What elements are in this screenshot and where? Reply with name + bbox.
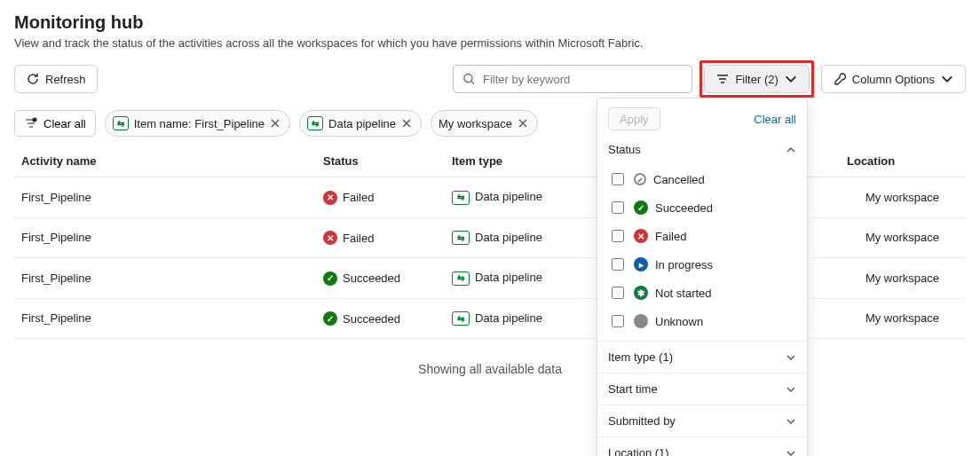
cell-item-type: ⇆Data pipeline (445, 298, 605, 339)
pipeline-icon: ⇆ (452, 311, 470, 326)
popover-status-label: Status (608, 143, 641, 156)
chip-item-type[interactable]: ⇆ Data pipeline (299, 110, 422, 137)
popover-section-start-time[interactable]: Start time (597, 373, 807, 405)
unknown-icon (634, 314, 648, 328)
chevron-down-icon (784, 72, 798, 86)
cell-activity: First_Pipeline (14, 217, 316, 258)
column-options-button[interactable]: Column Options (821, 65, 966, 93)
wrench-icon (833, 72, 847, 86)
status-icon: ✓ (323, 271, 337, 286)
refresh-button[interactable]: Refresh (14, 65, 98, 93)
opt-label: Unknown (655, 315, 703, 328)
opt-label: Cancelled (653, 173, 705, 186)
clear-filters-icon (24, 116, 38, 130)
clear-all-button[interactable]: Clear all (14, 110, 96, 137)
svg-point-1 (33, 118, 36, 122)
opt-label: Not started (655, 287, 712, 300)
popover-item-type-label: Item type (1) (608, 350, 673, 364)
cell-status: ✓Succeeded (316, 298, 445, 339)
pipeline-icon: ⇆ (113, 115, 129, 131)
col-status[interactable]: Status (316, 145, 445, 177)
checkbox[interactable] (612, 173, 624, 185)
not-started-icon: ✱ (634, 286, 648, 300)
status-icon: ✓ (323, 311, 337, 326)
opt-label: Succeeded (655, 201, 713, 215)
cell-location: My workspace (840, 298, 966, 339)
col-location[interactable]: Location (840, 145, 966, 177)
chevron-down-icon (940, 72, 954, 86)
close-icon[interactable] (270, 118, 281, 129)
popover-section-status[interactable]: Status (597, 134, 807, 165)
chip-item-name[interactable]: ⇆ Item name: First_Pipeline (105, 110, 290, 137)
opt-label: Failed (655, 230, 686, 243)
filter-opt-in-progress[interactable]: ▸ In progress (608, 250, 796, 279)
column-options-label: Column Options (852, 73, 935, 86)
table-row[interactable]: First_Pipeline✓Succeeded⇆Data pipeline6:… (14, 298, 966, 339)
search-input[interactable] (481, 72, 683, 87)
filter-icon (715, 72, 730, 86)
chip-item-type-label: Data pipeline (328, 117, 396, 130)
pipeline-icon: ⇆ (452, 191, 470, 205)
filter-button[interactable]: Filter (2) (704, 65, 809, 93)
chevron-down-icon (786, 384, 796, 395)
cell-item-type: ⇆Data pipeline (445, 217, 605, 258)
table-row[interactable]: First_Pipeline✓Succeeded⇆Data pipeline3:… (14, 258, 966, 299)
table-row[interactable]: First_Pipeline✕Failed⇆Data pipeline3:40 … (14, 177, 966, 218)
cell-activity: First_Pipeline (14, 258, 316, 299)
filter-popover: Apply Clear all Status Cancelled ✓ Succe… (597, 98, 808, 412)
checkbox[interactable] (612, 315, 624, 327)
filter-opt-unknown[interactable]: Unknown (608, 307, 796, 335)
activities-table: Activity name Status Item type Start Loc… (14, 145, 966, 339)
filter-label: Filter (2) (735, 73, 778, 86)
chip-item-name-label: Item name: First_Pipeline (134, 117, 265, 130)
cell-location: My workspace (840, 177, 966, 218)
page-subtitle: View and track the status of the activit… (14, 36, 966, 50)
chip-location[interactable]: My workspace (431, 110, 538, 137)
chevron-up-icon (786, 145, 796, 155)
table-row[interactable]: First_Pipeline✕Failed⇆Data pipeline4:15 … (14, 217, 966, 258)
cell-activity: First_Pipeline (14, 177, 316, 218)
refresh-icon (26, 72, 40, 86)
search-icon (462, 72, 476, 86)
page-title: Monitoring hub (14, 12, 966, 33)
chevron-down-icon (786, 352, 796, 363)
checkbox[interactable] (612, 201, 624, 214)
filter-button-highlight: Filter (2) (699, 60, 813, 98)
filter-opt-cancelled[interactable]: Cancelled (608, 165, 796, 193)
filter-opt-succeeded[interactable]: ✓ Succeeded (608, 193, 796, 222)
cell-location: My workspace (840, 258, 966, 299)
cell-item-type: ⇆Data pipeline (445, 258, 605, 299)
popover-clear-all[interactable]: Clear all (754, 113, 796, 126)
checkbox[interactable] (612, 230, 624, 242)
col-activity[interactable]: Activity name (14, 145, 316, 177)
col-item-type[interactable]: Item type (445, 145, 605, 177)
status-icon: ✕ (323, 191, 337, 205)
apply-button[interactable]: Apply (608, 107, 660, 130)
refresh-label: Refresh (45, 73, 86, 86)
popover-start-time-label: Start time (608, 382, 658, 396)
succeeded-icon: ✓ (634, 200, 648, 215)
cell-location: My workspace (840, 217, 966, 258)
search-input-wrap[interactable] (453, 65, 692, 93)
checkbox[interactable] (612, 287, 624, 299)
cell-item-type: ⇆Data pipeline (445, 177, 605, 218)
in-progress-icon: ▸ (634, 257, 648, 271)
popover-section-item-type[interactable]: Item type (1) (597, 341, 807, 373)
failed-icon: ✕ (634, 229, 648, 243)
filter-opt-not-started[interactable]: ✱ Not started (608, 279, 796, 307)
svg-point-0 (464, 75, 472, 83)
pipeline-icon: ⇆ (307, 115, 323, 131)
table-footer-message: Showing all available data (14, 339, 966, 412)
chip-location-label: My workspace (439, 117, 512, 130)
close-icon[interactable] (401, 118, 412, 129)
pipeline-icon: ⇆ (452, 271, 470, 286)
status-icon: ✕ (323, 231, 337, 245)
clear-all-label: Clear all (43, 117, 86, 130)
cell-activity: First_Pipeline (14, 298, 316, 339)
cancelled-icon (634, 173, 646, 185)
cell-status: ✕Failed (316, 177, 445, 218)
checkbox[interactable] (612, 258, 624, 271)
filter-opt-failed[interactable]: ✕ Failed (608, 222, 796, 250)
close-icon[interactable] (518, 118, 528, 129)
popover-section-submitted-by[interactable]: Submitted by (597, 405, 807, 412)
